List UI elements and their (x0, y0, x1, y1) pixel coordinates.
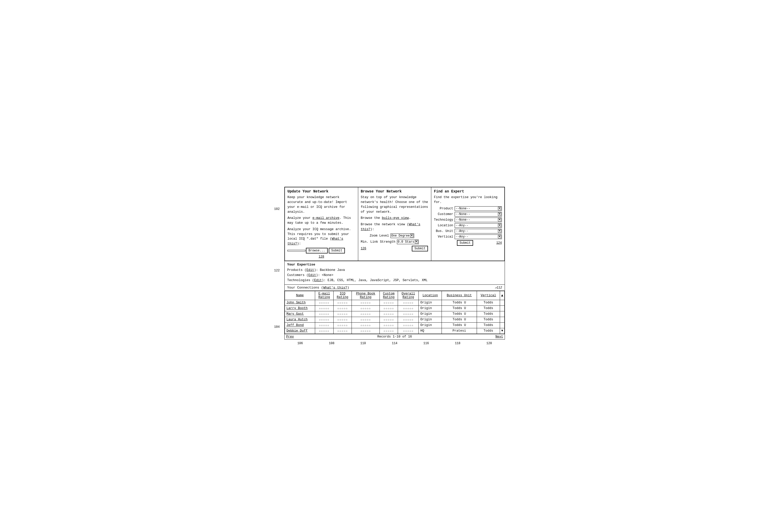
table-row: Laura Hutch☆☆☆☆☆☆☆☆☆☆☆☆☆☆☆☆☆☆☆☆☆☆☆☆☆Orig… (285, 317, 504, 322)
vertical-arrow[interactable]: ▼ (498, 235, 501, 238)
bus-unit-select[interactable]: --Any-- ▼ (455, 229, 502, 234)
product-arrow[interactable]: ▼ (498, 207, 501, 210)
connections-table: Name E-mailRating ICQRating Phone BookRa… (285, 291, 504, 334)
table-row: Larry Booth☆☆☆☆☆☆☆☆☆☆☆☆☆☆☆☆☆☆☆☆☆☆☆☆☆Orig… (285, 306, 504, 311)
product-select[interactable]: --None-- ▼ (455, 206, 502, 211)
col-custom[interactable]: CustomRating (379, 291, 398, 300)
num-116: 116 (410, 342, 442, 345)
col-overall[interactable]: OverallRating (398, 291, 419, 300)
min-link-arrow[interactable]: ▼ (415, 240, 418, 244)
customer-select[interactable]: --None-- ▼ (455, 212, 502, 216)
location-row: Location --Any-- ▼ (434, 223, 502, 228)
find-expert-title: Find an Expert (434, 189, 502, 194)
num-108: 108 (316, 342, 348, 345)
cell-overall: ☆☆☆☆☆ (398, 317, 419, 322)
table-row: Jeff Bond☆☆☆☆☆☆☆☆☆☆☆☆☆☆☆☆☆☆☆☆☆☆☆☆☆Origin… (285, 322, 504, 328)
cell-vertical: Todds (477, 322, 500, 328)
cell-bus-unit: Todds U (442, 311, 477, 317)
num-114: 114 (379, 342, 411, 345)
table-footer: Prev Records 1-10 of 16 Next (285, 334, 504, 339)
next-link[interactable]: Next (495, 335, 503, 338)
cell-bus-unit: Todds U (442, 317, 477, 322)
bus-unit-row: Bus. Unit --Any-- ▼ (434, 229, 502, 234)
col-icq[interactable]: ICQRating (333, 291, 352, 300)
update-network-text3: Analyze your ICQ message archive. This r… (288, 227, 355, 246)
vertical-select[interactable]: --Any-- ▼ (455, 235, 502, 239)
browse-button[interactable]: Browse... (306, 248, 328, 254)
cell-bus-unit: Todds U (442, 300, 477, 306)
label-104: 104 (274, 325, 280, 329)
connections-title: Your Connections (What's this?) (287, 286, 349, 289)
cell-vertical: Todds (477, 328, 500, 334)
technology-arrow[interactable]: ▼ (498, 218, 501, 221)
update-network-title: Update Your Network (288, 189, 355, 194)
col-email[interactable]: E-mailRating (315, 291, 333, 300)
update-network-text2: Analyze your e-mail archive. This may ta… (288, 216, 355, 225)
num-110: 110 (348, 342, 379, 345)
cell-bus-unit: Pratesi (442, 328, 477, 334)
min-link-row: Min. Link Strength 0.0 Stars ▼ (361, 240, 429, 244)
zoom-level-row: Zoom Level One Degree ▼ (361, 234, 429, 238)
customer-arrow[interactable]: ▼ (498, 212, 501, 216)
connections-section: Your Connections (What's this?) ↗112 Nam… (284, 285, 505, 340)
cell-custom: ☆☆☆☆☆ (379, 317, 398, 322)
label-122: 122 (274, 269, 280, 272)
cell-custom: ☆☆☆☆☆ (379, 328, 398, 334)
col-name[interactable]: Name (285, 291, 315, 300)
cell-spacer (500, 306, 504, 311)
col-location[interactable]: Location (419, 291, 442, 300)
cell-email: ☆☆☆☆☆ (315, 317, 333, 322)
cell-bus-unit: Todds U (442, 306, 477, 311)
update-network-text1: Keep your knowledge network accurate and… (288, 195, 355, 214)
min-link-select[interactable]: 0.0 Stars ▼ (397, 240, 419, 244)
technology-select[interactable]: --None-- ▼ (455, 217, 502, 222)
prev-link[interactable]: Prev (286, 335, 294, 338)
scroll-down-btn[interactable]: ▼ (500, 328, 504, 334)
location-select[interactable]: --Any-- ▼ (455, 223, 502, 228)
submit-button-panel1[interactable]: Submit (329, 248, 345, 254)
cell-email: ☆☆☆☆☆ (315, 306, 333, 311)
cell-location: Origin (419, 306, 442, 311)
cell-name[interactable]: John Smith (285, 300, 315, 306)
browse-network-text3: Browse the network view (What's this?): (361, 222, 429, 232)
cell-overall: ☆☆☆☆☆ (398, 322, 419, 328)
col-phone[interactable]: Phone BookRating (352, 291, 380, 300)
location-label: Location (434, 224, 453, 227)
col-bus-unit[interactable]: Business Unit (442, 291, 477, 300)
bottom-numbers: 106 108 110 114 116 118 120 (284, 342, 505, 345)
cell-name[interactable]: Debbie Duff (285, 328, 315, 334)
col-vertical[interactable]: Vertical (477, 291, 500, 300)
cell-name[interactable]: Larry Booth (285, 306, 315, 311)
cell-vertical: Todds (477, 317, 500, 322)
bus-unit-arrow[interactable]: ▼ (498, 229, 501, 233)
submit-button-panel3[interactable]: Submit (457, 240, 473, 246)
zoom-arrow[interactable]: ▼ (410, 234, 413, 237)
product-label: Product (434, 207, 453, 210)
product-row: Product --None-- ▼ (434, 206, 502, 211)
browse-network-text2: Browse the bulls-eye view. (361, 216, 429, 221)
submit-button-panel2[interactable]: Submit (412, 246, 428, 251)
file-input[interactable] (288, 250, 305, 251)
browse-network-panel: Browse Your Network Stay on top of your … (358, 187, 431, 261)
zoom-select[interactable]: One Degree ▼ (391, 234, 414, 238)
cell-custom: ☆☆☆☆☆ (379, 300, 398, 306)
scroll-up-btn[interactable]: ▲ (500, 291, 504, 300)
cell-location: Origin (419, 311, 442, 317)
cell-email: ☆☆☆☆☆ (315, 311, 333, 317)
cell-name[interactable]: Mary Gast (285, 311, 315, 317)
location-arrow[interactable]: ▼ (498, 224, 501, 227)
cell-phone: ☆☆☆☆☆ (352, 322, 380, 328)
cell-email: ☆☆☆☆☆ (315, 300, 333, 306)
cell-custom: ☆☆☆☆☆ (379, 322, 398, 328)
cell-location: Origin (419, 317, 442, 322)
records-info: Records 1-10 of 16 (377, 335, 412, 338)
cell-name[interactable]: Laura Hutch (285, 317, 315, 322)
panel3-number: 124 (496, 241, 502, 245)
label-112-inline: ↗112 (495, 286, 502, 289)
cell-spacer (500, 311, 504, 317)
technology-row: Technology --None-- ▼ (434, 217, 502, 222)
cell-name[interactable]: Jeff Bond (285, 322, 315, 328)
cell-overall: ☆☆☆☆☆ (398, 311, 419, 317)
cell-spacer (500, 300, 504, 306)
cell-email: ☆☆☆☆☆ (315, 322, 333, 328)
